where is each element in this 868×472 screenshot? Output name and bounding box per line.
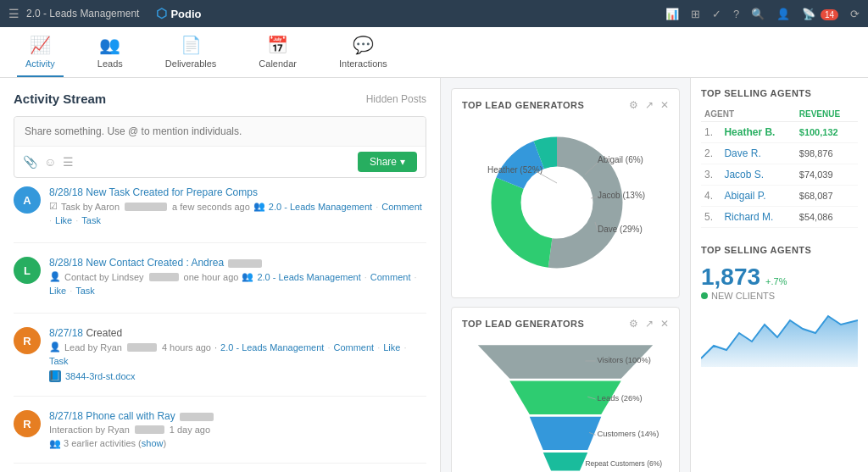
like-link[interactable]: Like — [55, 215, 72, 225]
area-polygon — [701, 316, 858, 367]
visitors-label: Visitors (100%) — [598, 356, 651, 364]
activity-title[interactable]: 8/27/18 Created — [49, 327, 426, 339]
help-icon[interactable]: ? — [733, 8, 739, 20]
agent-name-cell[interactable]: Abigail P. — [721, 186, 795, 207]
podio-hexagon-icon: ⬡ — [156, 6, 167, 21]
activity-nav-icon: 📈 — [30, 35, 51, 55]
comment-link[interactable]: Comment — [370, 272, 411, 282]
separator-icon: · — [214, 342, 217, 353]
mini-area-chart — [701, 308, 858, 369]
top-selling-agents-section: TOP SELLING AGENTS AGENT REVENUE 1. Heat… — [701, 88, 858, 228]
repeat-bar — [543, 453, 588, 471]
comment-link[interactable]: Comment — [381, 202, 422, 212]
user-group-icon: 👥 — [242, 271, 253, 282]
activity-title[interactable]: 8/27/18 Phone call with Ray — [49, 410, 426, 422]
notification-icon[interactable]: 📡 14 — [802, 8, 838, 20]
share-input[interactable] — [14, 117, 426, 146]
attach-icon[interactable]: 📎 — [23, 155, 37, 169]
user-icon[interactable]: 👤 — [776, 8, 790, 20]
funnel-svg: Visitors (100%) Leads (26%) Customers (1… — [462, 341, 669, 472]
donut-chart: Heather (52%) Abigail (6%) Jacob (13%) D… — [462, 118, 669, 287]
activity-title[interactable]: 8/28/18 New Contact Created : Andrea — [49, 257, 426, 269]
share-button[interactable]: Share ▾ — [358, 152, 417, 172]
top-selling-agents-title: TOP SELLING AGENTS — [701, 88, 858, 98]
file-name: 3844-3rd-st.docx — [65, 371, 136, 381]
notif-count: 14 — [821, 9, 838, 20]
show-earlier-link[interactable]: show — [142, 438, 164, 448]
comment-link[interactable]: Comment — [333, 342, 374, 353]
nav-interactions[interactable]: 💬 Interactions — [331, 28, 396, 77]
chart-icon[interactable]: 📊 — [665, 8, 679, 20]
agent-name-cell[interactable]: Dave R. — [721, 143, 795, 164]
nav-calendar[interactable]: 📅 Calendar — [250, 28, 305, 77]
donut-chart-card: TOP LEAD GENERATORS ⚙ ↗ ✕ — [451, 88, 680, 298]
grid-icon[interactable]: ⊞ — [691, 8, 700, 20]
donut-svg: Heather (52%) Abigail (6%) Jacob (13%) D… — [472, 122, 659, 283]
abigail-label: Abigail (6%) — [598, 155, 643, 164]
chart-controls: ⚙ ↗ ✕ — [629, 99, 669, 111]
hamburger-icon[interactable]: ☰ — [8, 7, 19, 20]
workspace-link[interactable]: 2.0 - Leads Management — [220, 342, 324, 353]
created-label: Created — [86, 327, 122, 339]
earlier-activities: 👥 3 earlier activities (show) — [49, 438, 426, 449]
funnel-chart-card: TOP LEAD GENERATORS ⚙ ↗ ✕ — [451, 307, 680, 472]
format-icon[interactable]: ☰ — [63, 155, 74, 169]
nav-deliverables[interactable]: 📄 Deliverables — [157, 28, 225, 77]
nav-calendar-label: Calendar — [259, 58, 297, 69]
workspace-link[interactable]: 2.0 - Leads Management — [257, 272, 360, 282]
revenue-cell: $68,087 — [796, 186, 858, 207]
close-icon[interactable]: ✕ — [660, 99, 669, 111]
hidden-posts[interactable]: Hidden Posts — [366, 93, 426, 105]
activity-meta: 👤 Lead by Ryan 4 hours ago · 2.0 - Leads… — [49, 342, 426, 366]
nav-leads[interactable]: 👥 Leads — [89, 28, 131, 77]
check-icon[interactable]: ✓ — [712, 8, 721, 20]
share-dropdown-icon[interactable]: ▾ — [400, 156, 405, 168]
activity-content: 8/27/18 Phone call with Ray Interaction … — [49, 410, 426, 449]
activity-content: 8/28/18 New Task Created for Prepare Com… — [49, 186, 426, 229]
activity-icon[interactable]: ⟳ — [850, 8, 860, 20]
search-icon[interactable]: 🔍 — [751, 8, 765, 20]
task-icon: ☑ — [49, 201, 58, 212]
funnel-chart-header: TOP LEAD GENERATORS ⚙ ↗ ✕ — [462, 318, 669, 330]
revenue-cell: $54,086 — [796, 207, 858, 228]
emoji-icon[interactable]: ☺ — [44, 155, 56, 169]
redacted-text — [125, 203, 167, 211]
big-number: 1,873 — [701, 264, 760, 291]
mini-chart-svg — [701, 308, 858, 367]
avatar: A — [14, 186, 41, 214]
nav-activity[interactable]: 📈 Activity — [17, 28, 64, 77]
agent-name-cell[interactable]: Jacob S. — [721, 164, 795, 186]
settings-icon[interactable]: ⚙ — [629, 99, 638, 111]
funnel-close-icon[interactable]: ✕ — [660, 318, 669, 330]
rank-cell: 4. — [701, 186, 721, 207]
metric-title: TOP SELLING AGENTS — [701, 245, 858, 255]
task-link[interactable]: Task — [75, 286, 95, 296]
main-content: Activity Stream Hidden Posts 📎 ☺ ☰ Share… — [0, 78, 868, 472]
panel-title: Activity Stream — [14, 92, 106, 106]
task-link[interactable]: Task — [49, 356, 69, 366]
avatar: R — [14, 410, 41, 437]
agent-name-cell[interactable]: Richard M. — [721, 207, 795, 228]
funnel-expand-icon[interactable]: ↗ — [645, 318, 654, 330]
like-link[interactable]: Like — [49, 286, 66, 296]
activity-content: 8/27/18 Created 👤 Lead by Ryan 4 hours a… — [49, 327, 426, 382]
agent-name-cell[interactable]: Heather B. — [721, 122, 795, 143]
expand-icon[interactable]: ↗ — [645, 99, 654, 111]
rank-cell: 3. — [701, 164, 721, 186]
col-agent: AGENT — [701, 107, 796, 122]
file-attachment[interactable]: 📘 3844-3rd-st.docx — [49, 370, 426, 382]
agent-table: AGENT REVENUE 1. Heather B. $100,132 2. … — [701, 107, 858, 228]
middle-panel: TOP LEAD GENERATORS ⚙ ↗ ✕ — [441, 78, 690, 472]
workspace-link[interactable]: 2.0 - Leads Management — [269, 202, 372, 212]
chart-card-header: TOP LEAD GENERATORS ⚙ ↗ ✕ — [462, 99, 669, 111]
redacted — [180, 413, 214, 421]
col-revenue: REVENUE — [796, 107, 858, 122]
task-link[interactable]: Task — [81, 215, 101, 225]
activity-title[interactable]: 8/28/18 New Task Created for Prepare Com… — [49, 186, 426, 198]
funnel-settings-icon[interactable]: ⚙ — [629, 318, 638, 330]
secondary-nav: 📈 Activity 👥 Leads 📄 Deliverables 📅 Cale… — [0, 27, 868, 78]
redacted-text — [135, 425, 164, 434]
like-link[interactable]: Like — [383, 342, 400, 353]
customers-label: Customers (14%) — [598, 430, 659, 438]
metric-label: NEW CLIENTS — [701, 291, 858, 301]
